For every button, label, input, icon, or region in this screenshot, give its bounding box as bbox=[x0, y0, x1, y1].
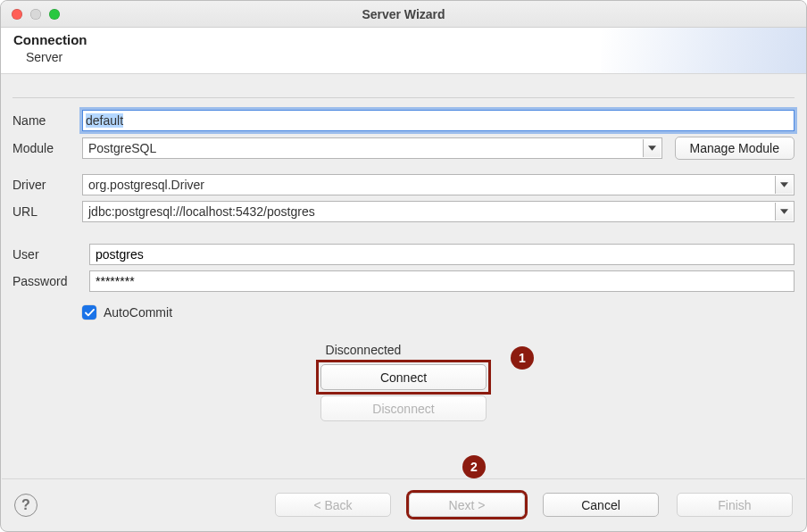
wizard-footer: ? < Back Next > 2 Cancel Finish bbox=[2, 478, 805, 530]
callout-badge-1: 1 bbox=[511, 346, 534, 370]
user-label: User bbox=[12, 247, 89, 262]
url-combo[interactable]: jdbc:postgresql://localhost:5432/postgre… bbox=[82, 201, 795, 222]
cancel-button[interactable]: Cancel bbox=[543, 493, 659, 517]
titlebar: Server Wizard bbox=[1, 1, 806, 28]
page-header: Connection Server bbox=[1, 28, 806, 74]
module-value: PostgreSQL bbox=[88, 141, 156, 155]
next-button: Next > bbox=[409, 493, 525, 517]
minimize-icon bbox=[30, 9, 41, 20]
window-controls bbox=[12, 9, 60, 20]
chevron-down-icon[interactable] bbox=[775, 203, 793, 220]
callout-rect-1 bbox=[316, 360, 491, 395]
module-label: Module bbox=[12, 141, 82, 155]
module-combo[interactable]: PostgreSQL bbox=[82, 137, 662, 159]
url-label: URL bbox=[12, 204, 82, 219]
driver-value: org.postgresql.Driver bbox=[88, 178, 204, 192]
chevron-down-icon[interactable] bbox=[643, 139, 661, 157]
close-icon[interactable] bbox=[12, 9, 22, 20]
password-input[interactable] bbox=[89, 270, 795, 292]
page-subheading: Server bbox=[26, 50, 794, 64]
manage-module-button[interactable]: Manage Module bbox=[675, 137, 795, 160]
window-title: Server Wizard bbox=[362, 7, 445, 21]
finish-button: Finish bbox=[677, 493, 793, 517]
help-icon[interactable]: ? bbox=[14, 494, 37, 517]
autocommit-label: AutoCommit bbox=[104, 305, 172, 320]
wizard-window: Server Wizard Connection Server Name def… bbox=[0, 0, 807, 532]
user-input[interactable] bbox=[89, 244, 795, 265]
connection-status: Disconnected bbox=[326, 343, 402, 357]
disconnect-button: Disconnect bbox=[320, 395, 487, 421]
name-input[interactable]: default bbox=[82, 110, 795, 131]
name-label: Name bbox=[12, 113, 82, 128]
zoom-icon[interactable] bbox=[49, 9, 60, 20]
url-value: jdbc:postgresql://localhost:5432/postgre… bbox=[88, 204, 315, 219]
callout-badge-2: 2 bbox=[462, 455, 486, 478]
autocommit-checkbox[interactable] bbox=[82, 305, 96, 320]
driver-combo[interactable]: org.postgresql.Driver bbox=[82, 174, 795, 195]
password-label: Password bbox=[12, 274, 89, 288]
form-area: Name default Module PostgreSQL Manage Mo… bbox=[2, 74, 805, 478]
page-heading: Connection bbox=[13, 32, 794, 47]
back-button: < Back bbox=[275, 493, 391, 517]
chevron-down-icon[interactable] bbox=[775, 176, 793, 194]
driver-label: Driver bbox=[12, 178, 82, 192]
